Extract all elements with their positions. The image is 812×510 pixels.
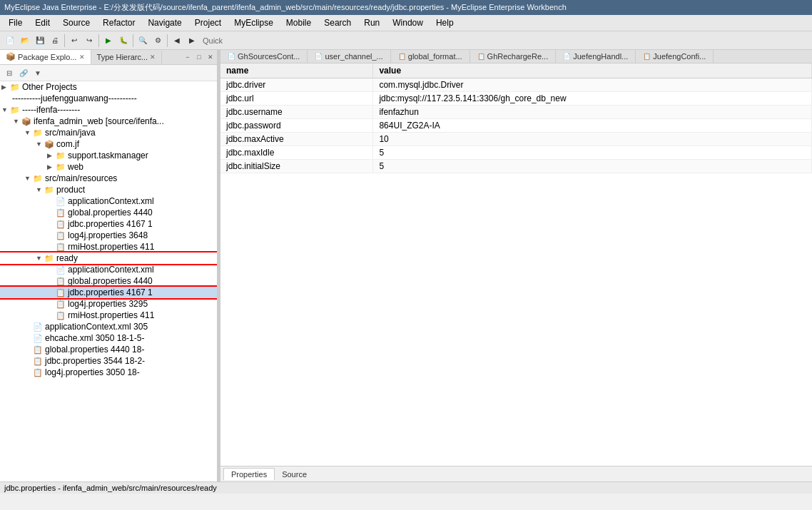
- settings-btn[interactable]: ⚙: [151, 34, 165, 48]
- menu-item-search[interactable]: Search: [318, 16, 357, 29]
- table-row[interactable]: jdbc.maxActive10: [220, 133, 812, 146]
- editor-tab-0[interactable]: 📄GhSourcesCont...: [220, 50, 308, 63]
- minimize-panel-btn[interactable]: −: [183, 52, 193, 62]
- editor-tab-1[interactable]: 📄user_channel_...: [308, 50, 390, 63]
- tree-label: log4j.properties 3050 18-: [45, 367, 140, 377]
- editor-tabs: 📄GhSourcesCont...📄user_channel_...📋globa…: [220, 50, 812, 63]
- tree-item[interactable]: ▼📁product: [0, 184, 217, 195]
- tree-item[interactable]: 📋global.properties 4440: [0, 207, 217, 218]
- run-btn[interactable]: ▶: [101, 34, 116, 48]
- editor-tab-5[interactable]: 📋JuefengConfi...: [636, 50, 714, 63]
- link-editor-btn[interactable]: 🔗: [17, 66, 30, 79]
- back-btn[interactable]: ◀: [170, 34, 184, 48]
- tree-item[interactable]: 📄ehcache.xml 3050 18-1-5-: [0, 332, 217, 344]
- tree-toolbar: ⊟ 🔗 ▼: [0, 65, 217, 81]
- tree-arrow: ▶: [1, 83, 10, 91]
- tab-controls: − □ ✕: [181, 51, 217, 63]
- tree-item[interactable]: ▶📁Other Projects: [0, 81, 217, 93]
- tree-item[interactable]: ▶📁support.taskmanager: [0, 150, 217, 161]
- editor-tab-3[interactable]: 📋GhRechargeRe...: [470, 50, 557, 63]
- tree-item[interactable]: 📄applicationContext.xml 305: [0, 321, 217, 332]
- undo-btn[interactable]: ↩: [67, 34, 81, 48]
- tree-item[interactable]: 📄applicationContext.xml: [0, 195, 217, 207]
- tree-icon: 📁: [56, 151, 66, 160]
- tree-label: web: [68, 162, 83, 172]
- tree-item[interactable]: 📄applicationContext.xml: [0, 264, 217, 275]
- table-row[interactable]: jdbc.drivercom.mysql.jdbc.Driver: [220, 78, 812, 92]
- bottom-tab-source[interactable]: Source: [275, 469, 314, 480]
- quick-label: Quick: [200, 36, 225, 45]
- print-btn[interactable]: 🖨: [48, 34, 62, 48]
- save-btn[interactable]: 💾: [33, 34, 47, 48]
- editor-tab-icon: 📋: [398, 53, 406, 60]
- editor-tab-4[interactable]: 📄JuefengHandl...: [556, 50, 636, 63]
- tree-item[interactable]: ▼📁src/main/java: [0, 127, 217, 138]
- forward-btn[interactable]: ▶: [185, 34, 199, 48]
- tree-item[interactable]: ▼📁-----ifenfa--------: [0, 104, 217, 116]
- tab-type-hierarchy-close[interactable]: ✕: [150, 53, 156, 61]
- tree-item[interactable]: 📋log4j.properties 3295: [0, 298, 217, 310]
- editor-tab-label: global_format...: [408, 52, 462, 61]
- tree-item[interactable]: ▼📁ready: [0, 253, 217, 264]
- new-btn[interactable]: 📄: [3, 34, 17, 48]
- tab-package-explorer-icon: 📦: [6, 52, 16, 61]
- tab-package-explorer[interactable]: 📦 Package Explo... ✕: [0, 50, 91, 64]
- table-row[interactable]: jdbc.maxIdle5: [220, 146, 812, 160]
- menu-item-help[interactable]: Help: [430, 16, 460, 29]
- cell-value: 10: [373, 133, 812, 146]
- tree-item[interactable]: ▼📦com.jf: [0, 138, 217, 150]
- tree-item[interactable]: 📋global.properties 4440: [0, 275, 217, 287]
- tree-item[interactable]: 📋global.properties 4440 18-: [0, 344, 217, 355]
- menu-item-file[interactable]: File: [3, 16, 28, 29]
- table-row[interactable]: jdbc.usernameifenfazhun: [220, 106, 812, 119]
- tree-item[interactable]: ▶📁web: [0, 161, 217, 173]
- tree-item[interactable]: 📋jdbc.properties 4167 1: [0, 218, 217, 230]
- table-row[interactable]: jdbc.urljdbc:mysql://117.23.5.141:3306/g…: [220, 92, 812, 106]
- maximize-panel-btn[interactable]: □: [194, 52, 204, 62]
- tree-item[interactable]: 📋rmiHost.properties 411: [0, 241, 217, 253]
- menu-item-myeclipse[interactable]: MyEclipse: [228, 16, 279, 29]
- redo-btn[interactable]: ↪: [82, 34, 96, 48]
- tree-icon: 📄: [56, 197, 66, 206]
- menu-item-edit[interactable]: Edit: [29, 16, 56, 29]
- table-row[interactable]: jdbc.initialSize5: [220, 160, 812, 173]
- tree-item[interactable]: 📋rmiHost.properties 411: [0, 310, 217, 321]
- menu-item-project[interactable]: Project: [189, 16, 227, 29]
- menu-item-run[interactable]: Run: [358, 16, 385, 29]
- tree-arrow: ▼: [36, 141, 44, 148]
- tree-icon: 📋: [56, 311, 66, 320]
- close-panel-btn[interactable]: ✕: [205, 52, 215, 62]
- tab-type-hierarchy[interactable]: Type Hierarc... ✕: [91, 51, 163, 63]
- tree-item[interactable]: ▼📦ifenfa_admin_web [source/ifenfa...: [0, 116, 217, 127]
- tab-package-explorer-close[interactable]: ✕: [79, 53, 85, 61]
- table-row[interactable]: jdbc.password864UI_ZG2A-IA: [220, 119, 812, 133]
- editor-tab-icon: 📄: [563, 53, 571, 60]
- tree-item[interactable]: ----------juefengguanwang----------: [0, 93, 217, 104]
- tree-icon: 📄: [33, 334, 43, 343]
- tree-icon: 📄: [56, 265, 66, 275]
- status-text: jdbc.properties - ifenfa_admin_web/src/m…: [4, 484, 217, 492]
- collapse-all-btn[interactable]: ⊟: [3, 66, 16, 79]
- tree-item[interactable]: 📋jdbc.properties 3544 18-2-: [0, 355, 217, 367]
- tree-item[interactable]: 📋jdbc.properties 4167 1: [0, 287, 217, 298]
- tree-container[interactable]: ▶📁Other Projects----------juefengguanwan…: [0, 81, 217, 481]
- search-btn[interactable]: 🔍: [136, 34, 150, 48]
- open-btn[interactable]: 📂: [18, 34, 32, 48]
- bottom-tab-properties[interactable]: Properties: [223, 468, 275, 480]
- editor-tab-label: user_channel_...: [325, 52, 382, 61]
- tree-menu-btn[interactable]: ▼: [31, 66, 44, 79]
- toolbar: 📄 📂 💾 🖨 ↩ ↪ ▶ 🐛 🔍 ⚙ ◀ ▶ Quick: [0, 31, 812, 50]
- tree-icon: 📁: [10, 106, 20, 115]
- menu-item-refactor[interactable]: Refactor: [97, 16, 141, 29]
- tree-item[interactable]: 📋log4j.properties 3648: [0, 230, 217, 241]
- tree-item[interactable]: 📋log4j.properties 3050 18-: [0, 367, 217, 378]
- right-panel: 📄GhSourcesCont...📄user_channel_...📋globa…: [220, 50, 812, 481]
- editor-tab-2[interactable]: 📋global_format...: [391, 50, 470, 63]
- menu-item-source[interactable]: Source: [57, 16, 96, 29]
- menu-item-window[interactable]: Window: [387, 16, 429, 29]
- menu-item-mobile[interactable]: Mobile: [280, 16, 317, 29]
- menu-item-navigate[interactable]: Navigate: [142, 16, 187, 29]
- debug-btn[interactable]: 🐛: [116, 34, 131, 48]
- tree-item[interactable]: ▼📁src/main/resources: [0, 173, 217, 184]
- main-layout: 📦 Package Explo... ✕ Type Hierarc... ✕ −…: [0, 50, 812, 481]
